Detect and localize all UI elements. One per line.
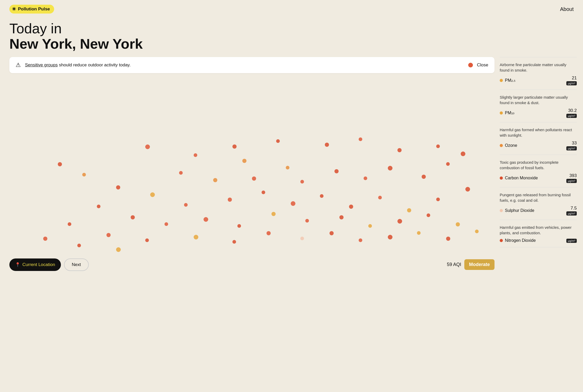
pollutant-card: Harmful gas formed when pollutants react… — [500, 122, 577, 155]
map-dot — [271, 212, 276, 216]
map-dot — [145, 238, 149, 242]
map-dot — [184, 203, 188, 207]
pollutant-name-row: Ozone — [500, 143, 517, 148]
current-location-label: Current Location — [22, 262, 55, 267]
pollutant-color-dot — [500, 239, 503, 242]
pin-icon: 📍 — [15, 262, 20, 267]
pollutant-name: PM₁₀ — [505, 110, 514, 115]
map-dot — [397, 148, 402, 152]
alert-dot — [468, 63, 473, 67]
pollutant-card: Pungent gas released from burning fossil… — [500, 187, 577, 220]
map-dot — [179, 171, 183, 175]
map-dot — [334, 169, 339, 173]
map-section: ⚠ Sensitive groups should reduce outdoor… — [0, 57, 500, 274]
pollutant-row: PM₁₀30.2μg/m³ — [500, 108, 577, 118]
map-dot — [359, 238, 362, 242]
pollutant-unit: μg/m³ — [566, 179, 577, 183]
map-dot — [364, 176, 367, 180]
map-dot — [329, 231, 334, 235]
pollutant-name: Sulphur Dioxide — [505, 208, 534, 213]
map-dot — [446, 162, 450, 166]
map-dot — [388, 235, 392, 239]
pollutant-color-dot — [500, 144, 503, 147]
about-link[interactable]: About — [560, 6, 574, 12]
today-text: Today in — [9, 21, 574, 36]
alert-banner: ⚠ Sensitive groups should reduce outdoor… — [9, 57, 495, 73]
map-dot — [43, 237, 47, 241]
pollutant-color-dot — [500, 176, 503, 180]
pollutant-name-row: PM₁₀ — [500, 110, 514, 115]
map-dot — [300, 180, 304, 184]
alert-text: Sensitive groups should reduce outdoor a… — [25, 62, 464, 68]
map-dot — [320, 194, 324, 198]
map-dot — [252, 176, 256, 181]
map-dot — [106, 233, 111, 237]
pollutant-value-block: 21μg/m³ — [566, 75, 577, 85]
pollutant-value-block: 33μg/m³ — [566, 141, 577, 150]
map-dot — [427, 213, 430, 217]
map-dot — [164, 222, 168, 226]
map-dot — [349, 205, 353, 209]
pollutant-value-block: 30.2μg/m³ — [566, 108, 577, 118]
pollutant-number: 30.2 — [568, 108, 577, 113]
map-dot — [291, 201, 295, 206]
logo-badge[interactable]: ✳ Pollution Pulse — [9, 5, 54, 14]
pollutant-value-block: 393μg/m³ — [566, 173, 577, 183]
warning-icon: ⚠ — [16, 62, 21, 68]
map-dot — [276, 139, 280, 143]
pollutant-name: Carbon Monoxide — [505, 176, 538, 180]
current-location-button[interactable]: 📍 Current Location — [9, 258, 61, 271]
pollutant-value-block: 7.5μg/m³ — [566, 206, 577, 216]
pollutant-value-block: μg/m³ — [566, 238, 577, 243]
pollutant-unit: μg/m³ — [566, 81, 577, 85]
map-dot — [213, 178, 217, 182]
map-container[interactable] — [9, 77, 495, 254]
main-layout: ⚠ Sensitive groups should reduce outdoor… — [0, 57, 583, 274]
logo-text: Pollution Pulse — [18, 7, 50, 12]
map-dot — [194, 235, 198, 239]
map-dot — [267, 231, 271, 235]
pollutant-row: Sulphur Dioxide7.5μg/m³ — [500, 206, 577, 216]
pollutant-card: Airborne fine particulate matter usually… — [500, 57, 577, 90]
map-dot — [116, 185, 120, 189]
pollutant-unit: μg/m³ — [566, 211, 577, 216]
map-dot — [77, 244, 81, 247]
map-dot — [58, 162, 62, 166]
aqi-value: 59 AQI — [447, 262, 461, 267]
map-dot — [262, 191, 265, 194]
map-dot — [368, 224, 372, 228]
pollutant-desc: Toxic gas produced by incomplete combust… — [500, 160, 577, 170]
map-dot — [300, 237, 304, 240]
pollutant-name: Ozone — [505, 143, 517, 148]
pollutant-name: PM₂.₅ — [505, 78, 515, 83]
pollutant-row: Ozone33μg/m³ — [500, 141, 577, 150]
map-dot — [436, 198, 440, 201]
map-dot — [237, 224, 241, 228]
map-dot — [97, 205, 100, 208]
aqi-section: 59 AQI Moderate — [447, 259, 495, 270]
map-dot — [204, 217, 208, 222]
pollutant-row: Carbon Monoxide393μg/m³ — [500, 173, 577, 183]
map-dot — [422, 175, 426, 179]
next-button[interactable]: Next — [64, 258, 89, 271]
pollutant-desc: Airborne fine particulate matter usually… — [500, 62, 577, 73]
map-dot — [388, 166, 392, 170]
map-dot — [68, 222, 71, 226]
title-section: Today in New York, New York — [0, 18, 583, 57]
pollutant-number: 33 — [572, 141, 577, 146]
pollutant-name-row: Carbon Monoxide — [500, 176, 538, 180]
map-dot — [145, 144, 150, 149]
star-icon: ✳ — [12, 6, 16, 12]
map-dot — [242, 159, 246, 163]
pollutant-desc: Pungent gas released from burning fossil… — [500, 192, 577, 203]
map-dot — [378, 196, 382, 199]
map-dot — [232, 144, 237, 149]
map-dot — [465, 187, 470, 192]
pollutant-color-dot — [500, 111, 503, 115]
close-button[interactable]: Close — [477, 62, 488, 68]
pollutant-card: Toxic gas produced by incomplete combust… — [500, 155, 577, 187]
aqi-badge: Moderate — [464, 259, 495, 270]
map-dot — [286, 166, 289, 169]
pollutant-number: 21 — [572, 75, 577, 81]
sensitive-groups-link[interactable]: Sensitive groups — [25, 62, 58, 67]
